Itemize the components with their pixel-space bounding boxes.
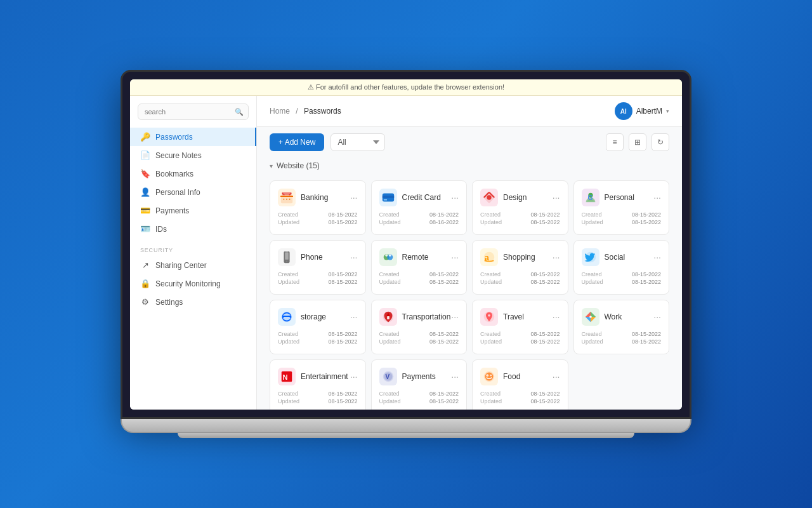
shopping-label: Shopping bbox=[503, 253, 535, 262]
entertainment-label: Entertainment bbox=[301, 372, 348, 381]
sidebar-item-ids[interactable]: 🪪 IDs bbox=[130, 220, 256, 238]
remote-more-icon[interactable]: ··· bbox=[451, 252, 459, 262]
list-view-button[interactable]: ≡ bbox=[606, 133, 624, 151]
website-section-header[interactable]: ▾ Website (15) bbox=[270, 157, 669, 174]
sidebar-item-payments[interactable]: 💳 Payments bbox=[130, 201, 256, 220]
work-icon bbox=[582, 308, 599, 326]
username: AlbertM bbox=[636, 107, 662, 116]
list-item[interactable]: Transportation ··· Created 08-15-2022 bbox=[371, 300, 468, 354]
storage-icon bbox=[278, 308, 296, 326]
website-toggle-icon: ▾ bbox=[270, 163, 273, 170]
list-item[interactable]: N Entertainment ··· Create bbox=[270, 359, 366, 410]
header: Home / Passwords Al AlbertM ▾ bbox=[257, 96, 682, 127]
list-item[interactable]: Food ··· Created 08-15-2022 bbox=[472, 359, 568, 410]
food-more-icon[interactable]: ··· bbox=[553, 371, 560, 382]
passwords-icon: 🔑 bbox=[140, 132, 150, 142]
svg-point-5 bbox=[487, 195, 491, 199]
sidebar-item-passwords[interactable]: 🔑 Passwords bbox=[130, 128, 256, 146]
sidebar-label-ids: IDs bbox=[155, 225, 167, 234]
sidebar-label-settings: Settings bbox=[155, 298, 183, 307]
svg-point-23 bbox=[589, 316, 592, 318]
storage-label: storage bbox=[301, 312, 326, 321]
sidebar-item-security-monitoring[interactable]: 🔒 Security Monitoring bbox=[130, 274, 256, 293]
svg-text:G: G bbox=[587, 194, 593, 201]
list-item[interactable]: Credit Card ··· Created 08-15-2022 bbox=[371, 180, 468, 235]
transport-more-icon[interactable]: ··· bbox=[451, 312, 459, 322]
toolbar: + Add New All Favorites Shared ≡ bbox=[257, 127, 682, 157]
design-more-icon[interactable]: ··· bbox=[553, 192, 560, 203]
list-item[interactable]: V Payments ··· Created bbox=[371, 359, 468, 410]
svg-point-30 bbox=[486, 374, 488, 377]
toolbar-right: ≡ ⊞ ↻ bbox=[606, 133, 669, 151]
list-item[interactable]: a Shopping ··· bbox=[472, 240, 568, 295]
sidebar-label-bookmarks: Bookmarks bbox=[155, 170, 193, 178]
security-section-label: SECURITY bbox=[130, 238, 256, 256]
credit-card-label: Credit Card bbox=[402, 193, 441, 202]
travel-icon bbox=[480, 308, 498, 326]
personal-more-icon[interactable]: ··· bbox=[653, 192, 661, 203]
work-more-icon[interactable]: ··· bbox=[653, 312, 661, 322]
list-item[interactable]: Phone ··· Created 08-15-2022 bbox=[270, 240, 366, 295]
sidebar-item-sharing-center[interactable]: ↗ Sharing Center bbox=[130, 256, 256, 274]
social-more-icon[interactable]: ··· bbox=[653, 252, 661, 262]
filter-select[interactable]: All Favorites Shared bbox=[331, 133, 385, 151]
payments-icon-item: V bbox=[379, 368, 397, 385]
add-new-button[interactable]: + Add New bbox=[270, 133, 324, 151]
svg-rect-3 bbox=[382, 196, 393, 198]
svg-point-29 bbox=[485, 373, 494, 381]
work-label: Work bbox=[605, 312, 622, 321]
design-label: Design bbox=[503, 193, 527, 202]
breadcrumb-home[interactable]: Home bbox=[270, 107, 290, 116]
food-icon bbox=[480, 368, 498, 385]
banner-text: ⚠ For autofill and other features, updat… bbox=[308, 83, 504, 91]
list-item[interactable]: Banking ··· Created 08-15-2022 bbox=[270, 180, 366, 235]
sidebar: 🔍 🔑 Passwords 📄 Secure Notes 🔖 Bookmarks bbox=[130, 96, 257, 410]
svg-point-11 bbox=[286, 261, 287, 262]
payments-label: Payments bbox=[402, 372, 436, 381]
search-icon: 🔍 bbox=[235, 108, 244, 116]
design-icon bbox=[480, 189, 498, 206]
list-item[interactable]: Remote ··· Created 08-15-2022 bbox=[371, 240, 468, 295]
grid-view-icon: ⊞ bbox=[634, 138, 641, 147]
credit-card-icon bbox=[379, 189, 397, 206]
shopping-icon: a bbox=[480, 248, 498, 266]
sidebar-item-secure-notes[interactable]: 📄 Secure Notes bbox=[130, 146, 256, 164]
svg-point-15 bbox=[388, 254, 391, 257]
sidebar-item-bookmarks[interactable]: 🔖 Bookmarks bbox=[130, 164, 256, 183]
website-section-title: Website (15) bbox=[277, 161, 320, 170]
payments-more-icon[interactable]: ··· bbox=[451, 371, 459, 382]
sidebar-label-security-monitoring: Security Monitoring bbox=[155, 279, 221, 288]
avatar: Al bbox=[615, 102, 632, 120]
social-icon bbox=[582, 248, 599, 266]
personal-label: Personal bbox=[605, 193, 634, 202]
entertainment-more-icon[interactable]: ··· bbox=[350, 371, 358, 382]
phone-more-icon[interactable]: ··· bbox=[350, 252, 358, 262]
list-item[interactable]: Work ··· Created 08-15-2022 bbox=[573, 300, 670, 354]
settings-icon: ⚙ bbox=[140, 297, 150, 307]
search-input[interactable] bbox=[138, 104, 249, 120]
bookmarks-icon: 🔖 bbox=[140, 169, 150, 178]
shopping-more-icon[interactable]: ··· bbox=[553, 252, 560, 262]
grid-view-button[interactable]: ⊞ bbox=[629, 133, 646, 151]
sidebar-label-personal-info: Personal Info bbox=[155, 188, 200, 197]
refresh-button[interactable]: ↻ bbox=[652, 133, 669, 151]
list-item[interactable]: storage ··· Created 08-15-2022 bbox=[270, 300, 366, 354]
sidebar-label-payments: Payments bbox=[155, 206, 189, 215]
list-item[interactable]: Design ··· Created 08-15-2022 bbox=[472, 180, 568, 235]
banking-more-icon[interactable]: ··· bbox=[350, 192, 358, 203]
food-label: Food bbox=[503, 372, 520, 381]
payments-icon: 💳 bbox=[140, 206, 150, 215]
credit-card-more-icon[interactable]: ··· bbox=[451, 192, 459, 203]
sidebar-item-settings[interactable]: ⚙ Settings bbox=[130, 293, 256, 311]
list-item[interactable]: Travel ··· Created 08-15-2022 bbox=[472, 300, 568, 354]
list-item[interactable]: G Personal ··· Created bbox=[573, 180, 670, 235]
list-item[interactable]: Social ··· Created 08-15-2022 bbox=[573, 240, 670, 295]
banking-icon bbox=[278, 189, 296, 206]
website-items-grid: Banking ··· Created 08-15-2022 bbox=[270, 180, 669, 410]
sidebar-item-personal-info[interactable]: 👤 Personal Info bbox=[130, 183, 256, 201]
transport-label: Transportation bbox=[402, 312, 451, 321]
travel-more-icon[interactable]: ··· bbox=[553, 312, 560, 322]
secure-notes-icon: 📄 bbox=[140, 150, 150, 160]
user-menu[interactable]: Al AlbertM ▾ bbox=[615, 102, 669, 120]
storage-more-icon[interactable]: ··· bbox=[350, 312, 358, 322]
